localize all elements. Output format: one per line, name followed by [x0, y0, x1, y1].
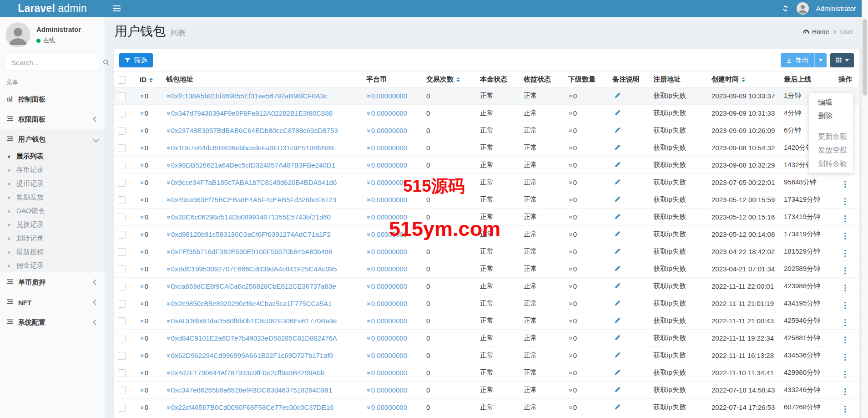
- expand-chevron-icon[interactable]: «: [165, 94, 172, 98]
- expand-chevron-icon[interactable]: «: [567, 198, 574, 202]
- row-checkbox[interactable]: [118, 265, 126, 273]
- row-checkbox[interactable]: [118, 144, 126, 152]
- expand-chevron-icon[interactable]: «: [165, 371, 172, 375]
- expand-chevron-icon[interactable]: «: [165, 129, 172, 133]
- wallet-address-value[interactable]: 0xADDBb6DdaD560f6b0b1C8c062F306Ee61770Ba…: [171, 317, 337, 325]
- wallet-address-value[interactable]: 0xc347e86265b8a6528efFBDC63d4637518264C9…: [171, 386, 332, 394]
- wallet-address-value[interactable]: 0x98DB526621a64Dec5cfD324857A487B3FBe240…: [171, 161, 335, 169]
- expand-chevron-icon[interactable]: «: [567, 181, 574, 184]
- sidebar-item-1[interactable]: 权限面板: [0, 109, 105, 129]
- expand-chevron-icon[interactable]: «: [365, 406, 372, 409]
- row-actions-icon[interactable]: [843, 318, 848, 328]
- row-checkbox[interactable]: [118, 404, 126, 412]
- edit-note-icon[interactable]: [614, 282, 621, 289]
- wallet-address-value[interactable]: 0x347d79430394F9e0F8Fa912A02282B1E3f80C8…: [171, 109, 333, 117]
- edit-note-icon[interactable]: [614, 161, 621, 168]
- expand-chevron-icon[interactable]: «: [365, 233, 372, 236]
- expand-chevron-icon[interactable]: «: [365, 267, 372, 271]
- expand-chevron-icon[interactable]: «: [139, 354, 145, 357]
- row-checkbox[interactable]: [118, 387, 126, 394]
- expand-chevron-icon[interactable]: «: [165, 233, 172, 236]
- expand-chevron-icon[interactable]: «: [567, 336, 574, 340]
- expand-chevron-icon[interactable]: «: [139, 233, 145, 236]
- row-actions-icon[interactable]: [843, 404, 848, 414]
- breadcrumb-home[interactable]: Home: [802, 28, 829, 36]
- expand-chevron-icon[interactable]: «: [139, 285, 145, 288]
- wallet-address-value[interactable]: 0x62D962294Cd996999A661B22F1c69D727b171a…: [171, 352, 333, 359]
- navbar-username[interactable]: Administrator: [816, 5, 856, 12]
- edit-note-icon[interactable]: [614, 178, 621, 185]
- row-checkbox[interactable]: [118, 317, 126, 325]
- row-checkbox[interactable]: [118, 283, 126, 291]
- expand-chevron-icon[interactable]: «: [139, 388, 145, 392]
- row-checkbox[interactable]: [118, 110, 126, 117]
- expand-chevron-icon[interactable]: «: [165, 215, 172, 219]
- sidebar-item-2[interactable]: 用户钱包: [0, 129, 105, 149]
- row-actions-icon[interactable]: [843, 283, 848, 293]
- expand-chevron-icon[interactable]: «: [139, 371, 145, 375]
- expand-chevron-icon[interactable]: «: [567, 250, 574, 254]
- expand-chevron-icon[interactable]: «: [139, 181, 145, 184]
- expand-chevron-icon[interactable]: «: [567, 319, 574, 323]
- sidebar-subitem-10[interactable]: ◐最新授权: [0, 245, 105, 259]
- sort-icon[interactable]: [149, 78, 153, 82]
- row-checkbox[interactable]: [118, 179, 126, 187]
- wallet-address-value[interactable]: 0x4d7F1790644Af787933c9fF0e2cff9a9B4299A…: [171, 369, 325, 377]
- row-checkbox[interactable]: [118, 300, 126, 308]
- expand-chevron-icon[interactable]: «: [567, 146, 574, 150]
- row-actions-icon[interactable]: [843, 266, 848, 276]
- expand-chevron-icon[interactable]: «: [365, 354, 372, 357]
- expand-chevron-icon[interactable]: «: [567, 267, 574, 271]
- expand-chevron-icon[interactable]: «: [567, 233, 574, 236]
- expand-chevron-icon[interactable]: «: [365, 285, 372, 288]
- edit-note-icon[interactable]: [614, 369, 621, 376]
- expand-chevron-icon[interactable]: «: [165, 388, 172, 392]
- expand-chevron-icon[interactable]: «: [567, 215, 574, 219]
- wallet-address-value[interactable]: 0xfE138A5b01bf469855Ef31ee56792aB98fCF0A…: [171, 92, 328, 100]
- sidebar-subitem-8[interactable]: ◐兑换记录: [0, 218, 105, 231]
- search-icon[interactable]: [103, 59, 110, 66]
- expand-chevron-icon[interactable]: «: [365, 250, 372, 254]
- row-checkbox[interactable]: [118, 248, 126, 256]
- expand-chevron-icon[interactable]: «: [139, 267, 145, 271]
- row-actions-icon[interactable]: [843, 335, 848, 345]
- sidebar-subitem-3[interactable]: ◐展示列表: [0, 149, 105, 163]
- wallet-address-value[interactable]: 0x23748E3057BdBAB6C64EDb80ccC8788c69aD87…: [171, 127, 338, 134]
- scrollbar-track[interactable]: [862, 0, 868, 418]
- sidebar-item-12[interactable]: 单币质押: [0, 272, 105, 292]
- edit-note-icon[interactable]: [614, 334, 621, 341]
- row-actions-icon[interactable]: [843, 370, 848, 380]
- context-menu-item-sec-1[interactable]: 发放空投: [809, 143, 853, 157]
- row-actions-icon[interactable]: [843, 387, 848, 397]
- expand-chevron-icon[interactable]: «: [165, 336, 172, 340]
- wallet-address-value[interactable]: 0x28C6c06298d514Db089934071355E5743bf21d…: [171, 213, 331, 221]
- context-menu-item-1[interactable]: 删除: [809, 109, 853, 123]
- search-input[interactable]: [10, 58, 103, 67]
- edit-note-icon[interactable]: [614, 265, 621, 272]
- expand-chevron-icon[interactable]: «: [139, 146, 145, 150]
- row-actions-icon[interactable]: [843, 231, 848, 241]
- refresh-icon[interactable]: [782, 5, 789, 12]
- expand-chevron-icon[interactable]: «: [365, 146, 372, 150]
- edit-note-icon[interactable]: [614, 92, 621, 99]
- sidebar-subitem-5[interactable]: ◐提币记录: [0, 177, 105, 190]
- row-checkbox[interactable]: [118, 127, 126, 135]
- sidebar-subitem-7[interactable]: ◐DAO锁仓: [0, 204, 105, 218]
- row-actions-icon[interactable]: [843, 249, 848, 259]
- export-button[interactable]: 导出: [781, 53, 814, 67]
- expand-chevron-icon[interactable]: «: [567, 388, 574, 392]
- expand-chevron-icon[interactable]: «: [567, 354, 574, 357]
- sidebar-subitem-4[interactable]: ◐存币记录: [0, 163, 105, 177]
- row-checkbox[interactable]: [118, 352, 126, 360]
- expand-chevron-icon[interactable]: «: [365, 215, 372, 219]
- expand-chevron-icon[interactable]: «: [567, 112, 574, 115]
- edit-note-icon[interactable]: [614, 352, 621, 358]
- expand-chevron-icon[interactable]: «: [139, 336, 145, 340]
- context-menu-item-sec-2[interactable]: 划转余额: [809, 157, 853, 171]
- row-actions-icon[interactable]: [843, 352, 848, 362]
- expand-chevron-icon[interactable]: «: [139, 250, 145, 254]
- expand-chevron-icon[interactable]: «: [165, 112, 172, 115]
- column-selector-button[interactable]: [830, 53, 854, 67]
- edit-note-icon[interactable]: [614, 127, 621, 133]
- expand-chevron-icon[interactable]: «: [365, 371, 372, 375]
